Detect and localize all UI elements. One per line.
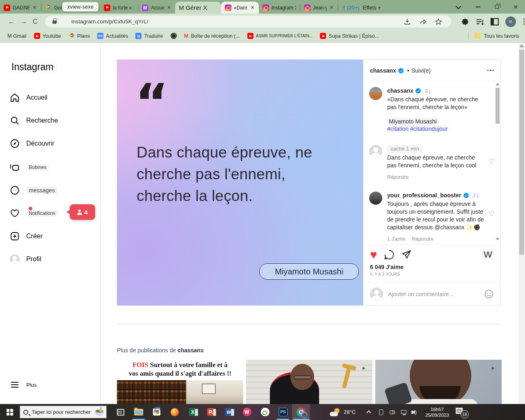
bookmark-traduire[interactable]: GTraduire <box>135 33 163 39</box>
like-button[interactable]: ♥ <box>370 249 377 260</box>
comment-like-icon[interactable]: ♡ <box>488 157 495 166</box>
action-center-button[interactable]: 18 <box>452 404 469 420</box>
tab-la-forte[interactable]: la forte x <box>100 2 138 14</box>
usb-device-icon[interactable] <box>378 409 384 415</box>
weather-widget[interactable]: 28°C <box>330 408 356 416</box>
close-window-button[interactable]: ✕ <box>506 0 525 14</box>
network-icon[interactable] <box>401 409 407 415</box>
close-icon[interactable]: ✕ <box>167 5 171 10</box>
tab-gagne[interactable]: GAGNE ✕ <box>0 2 41 14</box>
bookmark-inbox[interactable]: MBoîte de réception (... <box>184 33 240 39</box>
reply-link[interactable]: Répondre <box>412 235 434 242</box>
hashtag-links[interactable]: #citation #citationdujour <box>387 125 449 132</box>
reply-link[interactable]: Répondre <box>387 173 409 181</box>
close-icon[interactable]: ✕ <box>329 5 334 10</box>
tab-instagram[interactable]: Instagram X <box>259 2 300 14</box>
sidebar-item-recherche[interactable]: Recherche <box>10 116 58 126</box>
sidebar-item-accueil[interactable]: Accueil <box>10 93 48 103</box>
excel-button[interactable]: X <box>184 404 202 420</box>
comments-scroll-area[interactable]: chassanx3 j «Dans chaque épreuve, ne che… <box>363 81 500 242</box>
post-username[interactable]: chassanx <box>370 67 396 74</box>
comment-input[interactable] <box>388 291 479 297</box>
scroll-up-arrow[interactable] <box>495 83 500 85</box>
firefox-button[interactable] <box>166 404 184 420</box>
comment-like-icon[interactable]: ♡ <box>488 210 495 218</box>
tab-drag-chip[interactable]: xview-sexe <box>62 2 98 11</box>
close-icon[interactable]: ✕ <box>32 5 37 10</box>
share-post-icon[interactable] <box>401 249 412 260</box>
taskbar-clock[interactable]: 16h57 25/09/2023 <box>425 406 449 418</box>
avatar[interactable] <box>369 87 382 100</box>
avatar[interactable] <box>369 145 382 158</box>
tab-jeany[interactable]: Jean-y ✕ <box>300 2 338 14</box>
word-button[interactable]: W <box>220 404 238 420</box>
powerpoint-button[interactable]: P. <box>202 404 220 420</box>
sidebar-item-plus[interactable]: Plus <box>10 380 37 390</box>
post-thumbnail[interactable] <box>375 360 502 406</box>
bookmark-actualites[interactable]: GEActualités <box>97 33 128 39</box>
comment-icon[interactable] <box>384 249 395 260</box>
wps-button[interactable]: W <box>238 404 256 420</box>
sidebar-item-messages[interactable]: messages <box>10 185 57 195</box>
back-button[interactable]: ← <box>8 18 15 25</box>
more-posts-username[interactable]: chassanx <box>178 347 204 354</box>
tab-effets[interactable]: † (20+) Effets + <box>338 5 385 14</box>
sidebar-item-profil[interactable]: Profil <box>10 254 41 264</box>
bookmark-gmail[interactable]: M Gmail <box>7 33 27 39</box>
volume-icon[interactable] <box>412 409 419 415</box>
chrome-button[interactable] <box>292 404 310 420</box>
task-view-button[interactable] <box>112 404 130 420</box>
bookmark-star-icon[interactable] <box>435 18 442 25</box>
download-icon[interactable] <box>404 18 411 25</box>
bookmark-plans[interactable]: Plans <box>68 33 90 39</box>
browser-menu-icon[interactable] <box>523 18 525 25</box>
lock-icon[interactable] <box>52 21 57 24</box>
post-thumbnail[interactable] <box>246 360 372 406</box>
taskbar-search[interactable]: Taper ici pour rechercher <box>20 406 107 418</box>
sidebar-item-creer[interactable]: Créer <box>10 231 43 241</box>
tray-expand-button[interactable] <box>366 409 373 415</box>
extensions-icon[interactable] <box>461 18 468 25</box>
scrollbar-thumb[interactable] <box>495 88 500 124</box>
bookmark-youtube[interactable]: Youtube <box>34 33 61 39</box>
post-quote-image[interactable]: “ Dans chaque épreuve, ne cherche pas l'… <box>117 59 363 306</box>
notification-badge[interactable]: 4 <box>70 204 95 220</box>
forward-button[interactable]: → <box>21 18 27 25</box>
bookmark-asmr[interactable]: ASMR SUPPRIMER L'ÉTAIN... <box>247 33 313 39</box>
scroll-down-arrow[interactable] <box>495 238 500 240</box>
save-button[interactable]: W <box>482 249 494 260</box>
side-panel-icon[interactable] <box>491 18 498 25</box>
tab-dans-active[interactable]: «Dans ✕ <box>221 2 259 14</box>
emoji-icon[interactable] <box>484 289 494 299</box>
url-text[interactable]: instagram.com/p/Cxfu5K_qYrL/ <box>71 18 399 25</box>
close-icon[interactable]: ✕ <box>250 5 255 10</box>
tab-accueil[interactable]: M Accuei ✕ <box>138 2 175 14</box>
followed-label[interactable]: Suivi(e) <box>411 67 431 74</box>
post-more-icon[interactable] <box>487 70 494 71</box>
password-key-button[interactable] <box>256 404 274 420</box>
address-bar[interactable]: instagram.com/p/Cxfu5K_qYrL/ <box>45 16 451 27</box>
all-favorites[interactable]: Tous les favoris <box>461 32 519 40</box>
comments-scrollbar[interactable] <box>495 83 500 240</box>
camera-icon[interactable] <box>389 409 396 415</box>
photoshop-button[interactable]: PS <box>274 404 292 420</box>
restore-button[interactable] <box>487 0 506 14</box>
browser-profile-avatar[interactable]: m <box>505 16 516 27</box>
avatar[interactable] <box>369 192 382 205</box>
scroll-up-arrow[interactable] <box>520 44 524 47</box>
start-button[interactable] <box>0 404 20 420</box>
post-thumbnail[interactable]: FOIS Surtout à votre famille et àvos ami… <box>117 360 243 406</box>
comment-likes[interactable]: 1 J'aime <box>387 235 405 242</box>
scrollbar-thumb[interactable] <box>519 50 524 255</box>
page-scrollbar[interactable] <box>518 43 525 404</box>
likes-count[interactable]: 6 049 J'aime <box>370 264 494 270</box>
bookmark-globe[interactable] <box>171 33 177 39</box>
instagram-logo[interactable]: Instagram’ <box>9 61 57 73</box>
sidebar-item-decouvrir[interactable]: Découvrir <box>10 139 54 148</box>
bookmark-supa[interactable]: Supa Strikas | Épiso... <box>320 33 379 39</box>
reading-list-icon[interactable] <box>476 18 483 25</box>
tab-gerer[interactable]: M Gérer X <box>175 2 221 14</box>
file-explorer-button[interactable] <box>130 404 148 420</box>
sidebar-item-bobines[interactable]: Bobines <box>10 162 49 172</box>
tab-search-button[interactable] <box>450 0 468 14</box>
